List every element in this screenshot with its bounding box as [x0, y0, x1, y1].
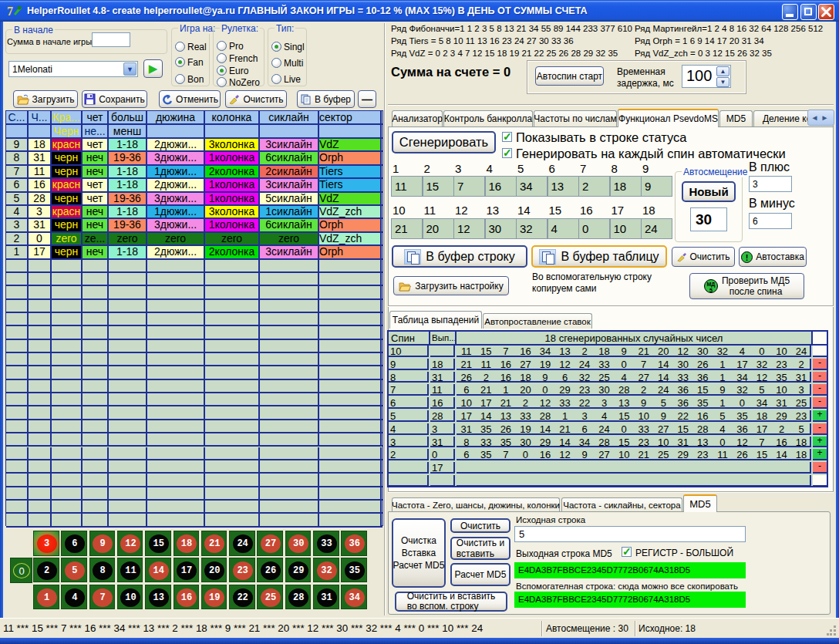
- svg-text:7: 7: [7, 5, 13, 18]
